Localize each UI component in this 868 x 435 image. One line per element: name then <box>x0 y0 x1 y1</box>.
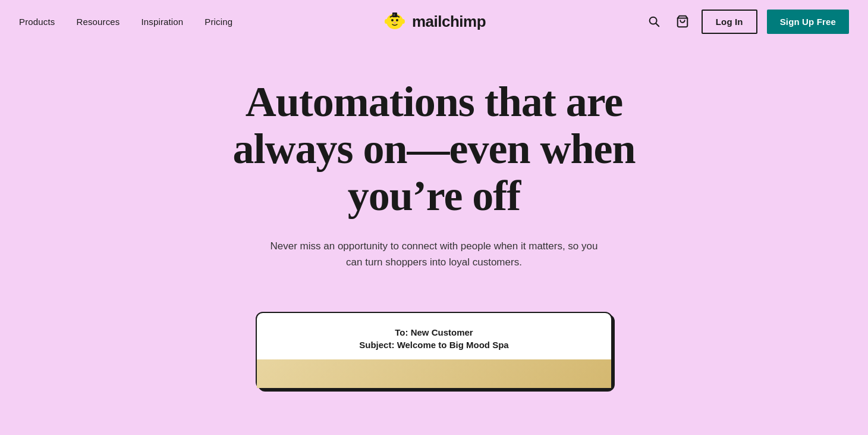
email-to-label: To: <box>395 327 410 337</box>
logo-text: mailchimp <box>412 12 486 31</box>
navigation: Products Resources Inspiration Pricing <box>0 0 868 43</box>
hero-content: Automations that are always on—even when… <box>0 43 868 389</box>
email-subject-value: Welcome to Big Mood Spa <box>397 340 509 350</box>
email-subject-line: Subject: Welcome to Big Mood Spa <box>273 340 595 350</box>
nav-right: Log In Sign Up Free <box>644 10 849 34</box>
login-button[interactable]: Log In <box>702 10 757 34</box>
email-to-line: To: New Customer <box>273 327 595 337</box>
nav-center: mailchimp <box>382 9 486 34</box>
nav-item-pricing[interactable]: Pricing <box>205 17 232 27</box>
svg-line-9 <box>656 23 659 26</box>
hero-title: Automations that are always on—even when… <box>208 79 660 220</box>
email-preview-container: To: New Customer Subject: Welcome to Big… <box>12 312 856 389</box>
nav-item-inspiration[interactable]: Inspiration <box>141 17 183 27</box>
search-icon[interactable] <box>644 12 663 31</box>
hero-subtitle: Never miss an opportunity to connect wit… <box>268 238 600 270</box>
svg-point-3 <box>393 22 396 24</box>
logo[interactable]: mailchimp <box>382 9 486 34</box>
nav-left: Products Resources Inspiration Pricing <box>19 17 232 27</box>
mailchimp-logo-icon <box>382 9 407 34</box>
svg-point-4 <box>385 19 388 24</box>
email-header: To: New Customer Subject: Welcome to Big… <box>273 327 595 350</box>
svg-point-5 <box>401 19 405 24</box>
svg-point-1 <box>391 19 394 21</box>
svg-point-2 <box>396 19 398 21</box>
nav-item-products[interactable]: Products <box>19 17 55 27</box>
svg-rect-7 <box>394 14 395 16</box>
email-to-value: New Customer <box>411 327 473 337</box>
email-subject-label: Subject: <box>359 340 397 350</box>
hero-section: Automations that are always on—even when… <box>0 43 868 389</box>
email-body-preview <box>257 359 611 388</box>
cart-icon[interactable] <box>673 12 692 31</box>
nav-item-resources[interactable]: Resources <box>76 17 119 27</box>
email-preview-card: To: New Customer Subject: Welcome to Big… <box>256 312 612 389</box>
signup-button[interactable]: Sign Up Free <box>767 10 849 34</box>
